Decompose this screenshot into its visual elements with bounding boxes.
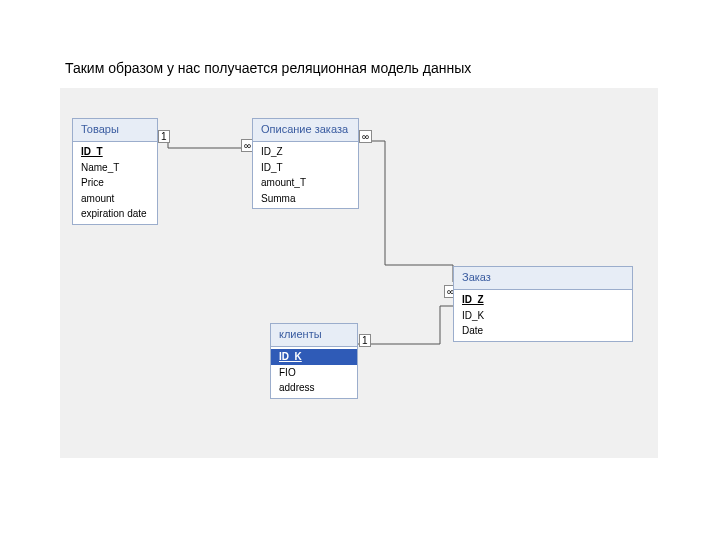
entity-goods[interactable]: Товары ID_T Name_T Price amount expirati… bbox=[72, 118, 158, 225]
field: Name_T bbox=[73, 160, 157, 176]
entity-order-desc-title: Описание заказа bbox=[253, 119, 358, 142]
field: expiration date bbox=[73, 206, 157, 222]
entity-order-desc-fields: ID_Z ID_T amount_T Summa bbox=[253, 142, 358, 208]
card-goods-one: 1 bbox=[158, 130, 170, 143]
field: ID_Z bbox=[253, 144, 358, 160]
card-orderdesc-many-right: ∞ bbox=[359, 130, 372, 143]
field: ID_T bbox=[253, 160, 358, 176]
field: Price bbox=[73, 175, 157, 191]
field: address bbox=[271, 380, 357, 396]
entity-order-desc[interactable]: Описание заказа ID_Z ID_T amount_T Summa bbox=[252, 118, 359, 209]
field: ID_K bbox=[271, 349, 357, 365]
entity-order-title: Заказ bbox=[454, 267, 632, 290]
field: FIO bbox=[271, 365, 357, 381]
diagram-canvas: 1 ∞ ∞ 1 ∞ 1 Товары ID_T Name_T Price amo… bbox=[60, 88, 658, 458]
entity-clients[interactable]: клиенты ID_K FIO address bbox=[270, 323, 358, 399]
field: ID_T bbox=[73, 144, 157, 160]
field: Date bbox=[454, 323, 632, 339]
entity-clients-title: клиенты bbox=[271, 324, 357, 347]
entity-order-fields: ID_Z ID_K Date bbox=[454, 290, 632, 341]
entity-goods-title: Товары bbox=[73, 119, 157, 142]
entity-clients-fields: ID_K FIO address bbox=[271, 347, 357, 398]
field: amount_T bbox=[253, 175, 358, 191]
field: Summa bbox=[253, 191, 358, 207]
field: ID_K bbox=[454, 308, 632, 324]
page-heading: Таким образом у нас получается реляционн… bbox=[65, 60, 471, 76]
entity-goods-fields: ID_T Name_T Price amount expiration date bbox=[73, 142, 157, 224]
field: amount bbox=[73, 191, 157, 207]
entity-order[interactable]: Заказ ID_Z ID_K Date bbox=[453, 266, 633, 342]
card-clients-one: 1 bbox=[359, 334, 371, 347]
field: ID_Z bbox=[454, 292, 632, 308]
